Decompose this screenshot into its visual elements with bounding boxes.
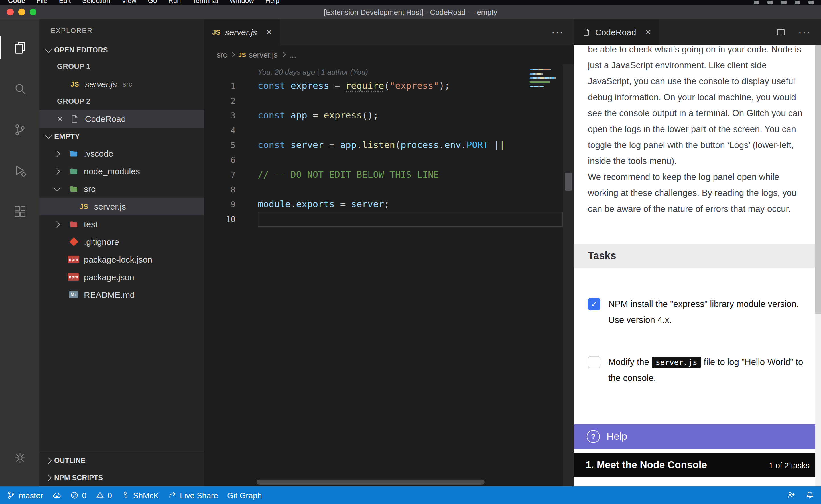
minimap[interactable] bbox=[530, 69, 556, 90]
menu-window[interactable]: Window bbox=[230, 0, 254, 5]
panel-scrollbar[interactable] bbox=[815, 45, 821, 486]
tab-label: server.js bbox=[225, 27, 257, 37]
activity-extensions[interactable] bbox=[0, 191, 39, 232]
open-editors-header[interactable]: OPEN EDITORS bbox=[39, 42, 204, 58]
line-content: const express = require("express"); bbox=[258, 79, 563, 93]
code-editor[interactable]: You, 20 days ago | 1 author (You) 1const… bbox=[204, 64, 574, 486]
chevron-spacer bbox=[51, 273, 63, 282]
menu-view[interactable]: View bbox=[122, 0, 136, 5]
statusbar-sync[interactable] bbox=[52, 491, 61, 499]
checked-checkbox[interactable]: ✓ bbox=[588, 298, 600, 310]
lesson-text: be able to check what's going on in your… bbox=[588, 45, 803, 217]
statusbar-errors[interactable]: 0 bbox=[70, 491, 87, 500]
menu-go[interactable]: Go bbox=[148, 0, 157, 5]
chevron-down-icon bbox=[43, 132, 54, 141]
breadcrumb-item-[interactable]: … bbox=[289, 50, 297, 59]
statusbar-warnings[interactable]: 0 bbox=[95, 491, 112, 500]
line-number: 2 bbox=[204, 93, 236, 108]
code-line-5[interactable]: 5const server = app.listen(process.env.P… bbox=[204, 138, 574, 153]
tree-item-gitignore[interactable]: .gitignore bbox=[39, 233, 204, 251]
chevron-icon[interactable] bbox=[51, 167, 63, 176]
code-line-7[interactable]: 7// -- DO NOT EDIT BELOW THIS LINE bbox=[204, 167, 574, 182]
unchecked-checkbox[interactable] bbox=[588, 356, 600, 368]
section-outline[interactable]: OUTLINE bbox=[39, 452, 204, 469]
tree-item-node-modules[interactable]: node_modules bbox=[39, 162, 204, 180]
open-editors-list: GROUP 1JSserver.jssrcGROUP 2×CodeRoad bbox=[39, 58, 204, 128]
code-line-3[interactable]: 3const app = express(); bbox=[204, 108, 574, 123]
menu-file[interactable]: File bbox=[36, 0, 48, 5]
markdown-icon: M↓ bbox=[69, 291, 78, 298]
menu-edit[interactable]: Edit bbox=[59, 0, 71, 5]
editor-scrollbar[interactable] bbox=[563, 64, 574, 486]
code-line-2[interactable]: 2 bbox=[204, 93, 574, 108]
line-content bbox=[258, 93, 563, 108]
npm-icon: npm bbox=[68, 273, 79, 281]
close-tab-icon[interactable]: × bbox=[645, 27, 651, 37]
editor-more-actions-icon[interactable]: ··· bbox=[551, 19, 564, 45]
breadcrumb-item-server-js[interactable]: JSserver.js bbox=[238, 50, 277, 59]
tree-item-package-json[interactable]: npmpackage.json bbox=[39, 268, 204, 286]
scrollbar-thumb[interactable] bbox=[815, 45, 821, 314]
minimap-line bbox=[530, 69, 556, 70]
open-editor-server-js[interactable]: JSserver.jssrc bbox=[39, 75, 204, 93]
panel-more-actions-icon[interactable]: ··· bbox=[798, 19, 811, 45]
tab-server-js[interactable]: JS server.js × bbox=[204, 19, 281, 45]
tree-item-server-js[interactable]: JSserver.js bbox=[39, 198, 204, 215]
statusbar-notifications[interactable] bbox=[806, 491, 814, 499]
activity-run-debug[interactable] bbox=[0, 150, 39, 191]
statusbar-invite[interactable] bbox=[787, 491, 795, 499]
chevron-icon[interactable] bbox=[51, 184, 63, 193]
tree-item-src[interactable]: src bbox=[39, 180, 204, 198]
branch-icon bbox=[7, 491, 15, 499]
workspace-header[interactable]: EMPTY bbox=[39, 128, 204, 145]
file-tree: .vscodenode_modulessrcJSserver.jstest.gi… bbox=[39, 145, 204, 304]
code-line-6[interactable]: 6 bbox=[204, 153, 574, 167]
code-line-9[interactable]: 9module.exports = server; bbox=[204, 197, 574, 212]
menu-selection[interactable]: Selection bbox=[82, 0, 110, 5]
tree-item-package-lock-json[interactable]: npmpackage-lock.json bbox=[39, 251, 204, 268]
code-line-10[interactable]: 10 bbox=[204, 212, 574, 227]
statusbar-account[interactable]: ShMcK bbox=[121, 491, 159, 500]
tree-item-test[interactable]: test bbox=[39, 215, 204, 233]
close-tab-icon[interactable]: × bbox=[266, 27, 272, 37]
activity-manage[interactable] bbox=[0, 437, 39, 478]
close-editor-icon[interactable]: × bbox=[55, 114, 64, 124]
editor-label: server.js bbox=[85, 79, 117, 89]
task-item-2: Modify the server.js file to log "Hello … bbox=[588, 354, 807, 386]
activity-explorer[interactable] bbox=[0, 27, 39, 68]
menu-terminal[interactable]: Terminal bbox=[192, 0, 218, 5]
workbench: EXPLORER OPEN EDITORS GROUP 1JSserver.js… bbox=[0, 19, 821, 486]
js-icon: JS bbox=[212, 29, 221, 36]
tab-coderoad[interactable]: CodeRoad × bbox=[574, 19, 659, 45]
menu-run[interactable]: Run bbox=[168, 0, 181, 5]
open-editor-coderoad[interactable]: ×CodeRoad bbox=[39, 110, 204, 128]
code-line-8[interactable]: 8 bbox=[204, 182, 574, 197]
section-npm-scripts[interactable]: NPM SCRIPTS bbox=[39, 469, 204, 486]
tree-item-readme-md[interactable]: M↓README.md bbox=[39, 286, 204, 304]
minimap-line bbox=[530, 73, 556, 75]
chevron-icon[interactable] bbox=[51, 149, 63, 158]
minimap-line bbox=[530, 77, 556, 79]
chevron-spacer bbox=[51, 237, 63, 246]
code-line-4[interactable]: 4 bbox=[204, 123, 574, 138]
statusbar-live-share[interactable]: Live Share bbox=[168, 491, 218, 500]
chevron-icon[interactable] bbox=[51, 220, 63, 229]
statusbar-branch[interactable]: master bbox=[7, 491, 43, 500]
help-section-header[interactable]: ? Help bbox=[574, 424, 821, 449]
statusbar-git-graph[interactable]: Git Graph bbox=[227, 491, 262, 500]
breadcrumb-item-src[interactable]: src bbox=[217, 50, 227, 59]
minimize-window-button[interactable] bbox=[18, 9, 25, 15]
activity-search[interactable] bbox=[0, 68, 39, 109]
split-editor-icon[interactable] bbox=[776, 27, 786, 37]
code-line-1[interactable]: 1const express = require("express"); bbox=[204, 79, 574, 93]
menu-help[interactable]: Help bbox=[266, 0, 279, 5]
close-window-button[interactable] bbox=[7, 9, 14, 15]
activity-source-control[interactable] bbox=[0, 109, 39, 150]
statusbar-label: 0 bbox=[82, 491, 87, 500]
editor-horizontal-scrollbar[interactable] bbox=[257, 480, 485, 485]
scrollbar-thumb[interactable] bbox=[565, 173, 572, 191]
zoom-window-button[interactable] bbox=[30, 9, 36, 15]
line-number: 4 bbox=[204, 123, 236, 138]
menu-code[interactable]: Code bbox=[8, 0, 25, 5]
tree-item-vscode[interactable]: .vscode bbox=[39, 145, 204, 162]
